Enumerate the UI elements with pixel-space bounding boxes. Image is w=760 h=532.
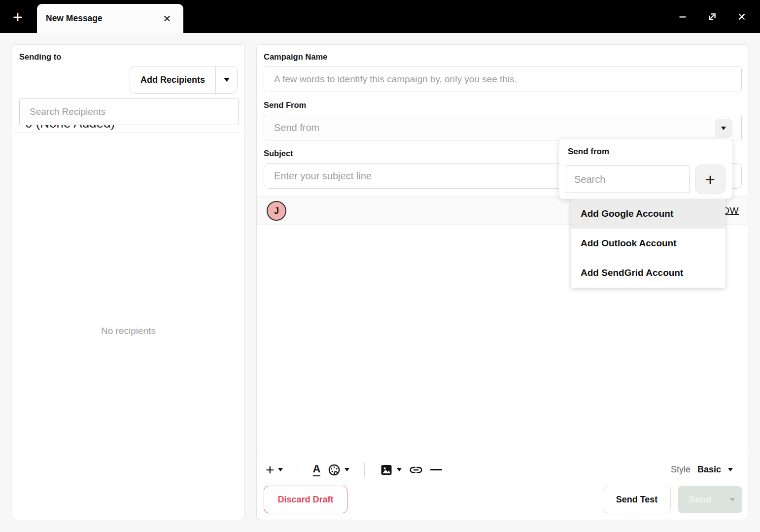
chevron-down-icon [224, 78, 230, 82]
chevron-down-icon [721, 127, 726, 130]
insert-link-button[interactable] [409, 463, 423, 477]
add-recipients-dropdown[interactable] [215, 66, 237, 93]
send-button[interactable]: Send [678, 486, 742, 513]
chevron-down-icon [278, 468, 283, 471]
style-selector[interactable]: Style Basic [671, 465, 733, 475]
text-format-button[interactable]: A [313, 463, 321, 476]
sending-to-label: Sending to [19, 52, 61, 62]
close-icon [736, 11, 747, 22]
add-account-menu: Add Google Account Add Outlook Account A… [571, 199, 725, 288]
new-tab-button[interactable]: + [7, 6, 29, 28]
send-from-dropdown-button[interactable] [715, 119, 732, 137]
search-recipients-input[interactable] [19, 99, 239, 125]
window-controls [673, 0, 755, 33]
avatar[interactable]: J [267, 201, 286, 221]
plus-icon: + [705, 170, 715, 189]
image-icon [380, 463, 393, 477]
plus-icon: + [266, 463, 275, 477]
style-label: Style [671, 465, 691, 475]
editor-toolbar: + A [257, 455, 748, 484]
link-icon [409, 463, 423, 477]
style-value: Basic [697, 465, 721, 475]
insert-divider-button[interactable] [430, 469, 442, 470]
insert-image-button[interactable] [380, 463, 402, 477]
discard-draft-button[interactable]: Discard Draft [264, 486, 347, 513]
add-recipients-button[interactable]: Add Recipients [130, 66, 238, 94]
send-from-search-input[interactable] [566, 166, 690, 193]
window-titlebar: + New Message ✕ [0, 0, 760, 33]
menu-item-add-sendgrid-account[interactable]: Add SendGrid Account [571, 258, 725, 288]
campaign-name-label: Campaign Name [264, 52, 327, 62]
close-icon: ✕ [163, 13, 172, 25]
chevron-down-icon [345, 468, 349, 471]
send-button-label: Send [678, 494, 723, 505]
toolbar-divider [298, 463, 298, 477]
maximize-button[interactable] [703, 7, 722, 26]
send-from-field[interactable]: Send from [264, 115, 742, 140]
plus-icon: + [13, 7, 23, 27]
horizontal-rule-icon [430, 469, 442, 470]
add-recipients-label: Add Recipients [130, 66, 215, 93]
send-from-placeholder: Send from [274, 122, 731, 133]
menu-item-add-outlook-account[interactable]: Add Outlook Account [571, 229, 725, 258]
color-palette-button[interactable] [327, 463, 349, 477]
palette-icon [327, 463, 341, 477]
insert-button[interactable]: + [266, 463, 283, 477]
send-from-label: Send From [264, 100, 306, 110]
tab-title: New Message [46, 13, 160, 24]
minimize-icon [677, 11, 688, 22]
recipients-panel: Sending to 0 (None Added) Add Recipients… [12, 44, 245, 520]
minimize-button[interactable] [673, 7, 692, 26]
subject-label: Subject [264, 149, 293, 158]
send-from-popover-title: Send from [568, 147, 609, 157]
chevron-down-icon [397, 468, 402, 471]
close-window-button[interactable] [732, 7, 751, 26]
send-from-popover: Send from + [559, 139, 732, 199]
no-recipients-text: No recipients [12, 326, 244, 336]
tab-new-message[interactable]: New Message ✕ [37, 4, 183, 33]
campaign-name-input[interactable] [264, 66, 742, 92]
send-options-button[interactable] [723, 498, 742, 501]
chevron-down-icon [730, 498, 735, 501]
tab-close-button[interactable]: ✕ [160, 11, 174, 26]
panel-divider [12, 132, 244, 133]
text-format-icon: A [313, 463, 321, 476]
add-account-button[interactable]: + [695, 165, 725, 194]
chevron-down-icon [728, 468, 733, 471]
toolbar-divider [364, 463, 365, 477]
menu-item-add-google-account[interactable]: Add Google Account [571, 199, 725, 229]
expand-icon [706, 10, 719, 23]
send-test-button[interactable]: Send Test [603, 486, 671, 513]
